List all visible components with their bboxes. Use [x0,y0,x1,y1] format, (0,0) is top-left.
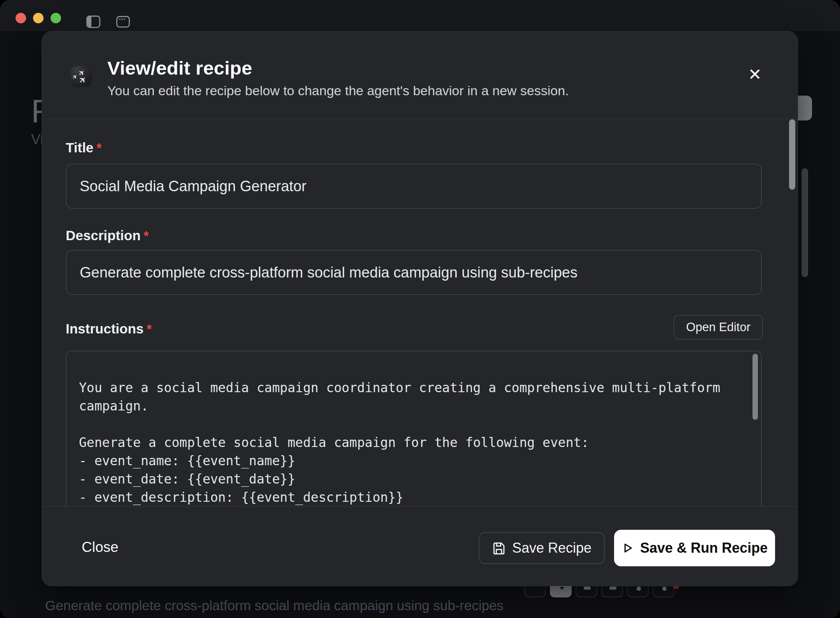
instructions-scrollbar-thumb[interactable] [752,354,758,420]
description-field-label: Description* [66,228,149,243]
open-editor-button[interactable]: Open Editor [674,315,763,340]
dash-icon [609,587,616,590]
save-disk-icon [492,541,506,555]
save-and-run-label: Save & Run Recipe [640,540,768,556]
play-icon [621,542,634,554]
view-edit-recipe-dialog: ✈ ✈ ✈ View/edit recipe You can edit the … [42,31,798,586]
dialog-subtitle: You can edit the recipe below to change … [107,83,569,98]
dash-icon [584,587,591,590]
save-recipe-label: Save Recipe [512,540,592,556]
caret-down-icon [560,587,564,590]
required-marker: * [96,141,102,155]
description-input[interactable] [66,250,762,295]
app-window: R Vi Generate complete cross-platform so… [0,0,840,618]
dialog-title: View/edit recipe [107,57,252,79]
instructions-field-label: Instructions* [66,321,152,337]
goose-app-icon: ✈ ✈ ✈ [70,66,92,87]
window-scrollbar-thumb[interactable] [802,168,808,277]
dot-icon [662,587,667,591]
zoom-traffic-light[interactable] [51,13,61,23]
minimize-traffic-light[interactable] [33,13,44,23]
close-traffic-light[interactable] [16,13,26,23]
close-icon[interactable]: ✕ [744,63,766,85]
save-and-run-recipe-button[interactable]: Save & Run Recipe [614,530,775,566]
goose-bird-icon: ✈ [77,75,89,86]
required-marker: * [144,229,149,243]
header-divider [42,119,798,119]
close-button[interactable]: Close [82,539,119,555]
title-input[interactable] [66,164,762,209]
dot-icon [637,587,641,591]
screen: R Vi Generate complete cross-platform so… [0,0,840,618]
title-field-label: Title* [66,140,102,155]
save-recipe-button[interactable]: Save Recipe [479,532,605,564]
sidebar-toggle-icon[interactable] [86,16,100,28]
background-description-text: Generate complete cross-platform social … [45,598,504,613]
window-stage-icon[interactable] [116,16,130,28]
titlebar [0,0,840,31]
dialog-scrollbar-thumb[interactable] [789,119,795,190]
footer-divider [42,506,798,507]
instructions-textarea[interactable]: You are a social media campaign coordina… [66,351,762,506]
instructions-text: You are a social media campaign coordina… [66,351,761,506]
required-marker: * [147,322,152,336]
